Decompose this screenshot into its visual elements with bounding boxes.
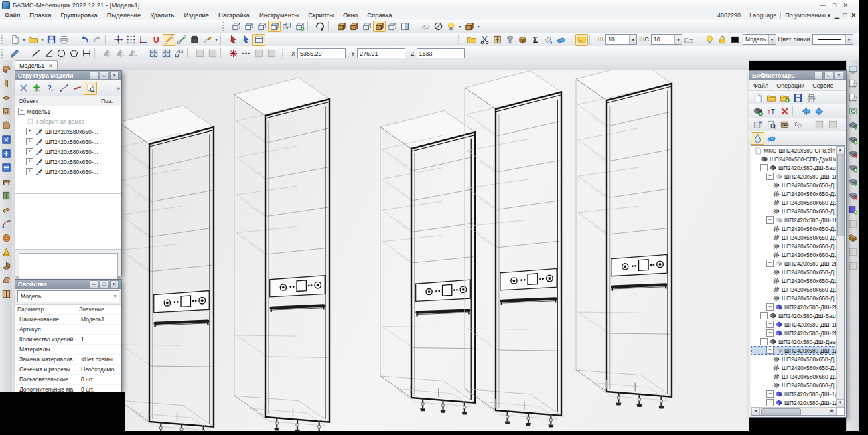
bulb-icon[interactable]	[703, 34, 716, 46]
expand-icon[interactable]: +	[26, 128, 33, 135]
scroll-right-icon[interactable]: ▶	[828, 407, 837, 416]
gear-doc-icon[interactable]	[847, 76, 859, 90]
menu-item[interactable]: Настройка	[214, 11, 255, 19]
axes-snap-icon[interactable]	[112, 34, 125, 46]
diamond-green-icon[interactable]	[751, 105, 764, 118]
box-open-icon[interactable]	[847, 231, 859, 245]
cursor-red-icon[interactable]	[227, 34, 240, 46]
tree-item[interactable]: +ШП2420х580-ДШ-1Д3П-	[751, 398, 837, 407]
cube-split-icon[interactable]	[399, 21, 411, 32]
print-icon[interactable]	[58, 34, 70, 46]
expand-icon[interactable]: +	[26, 148, 33, 155]
close-button[interactable]: ✕	[843, 2, 848, 9]
panel-float-button[interactable]: □	[824, 72, 833, 80]
board-slant-icon[interactable]	[0, 273, 12, 287]
cube-plus-icon[interactable]	[293, 21, 306, 32]
gray-box-icon[interactable]	[194, 48, 206, 59]
monitor-icon[interactable]	[847, 62, 859, 76]
tree-item[interactable]: −ШП2420х580-ДШ-1БГ1П	[751, 172, 837, 181]
cube-solid-icon[interactable]	[335, 21, 348, 32]
mirror-gray-icon[interactable]	[114, 48, 127, 59]
cloud-blue-icon[interactable]	[764, 132, 778, 145]
array-grid-icon[interactable]	[160, 48, 173, 59]
expand-icon[interactable]: +	[26, 158, 33, 165]
cube-solid-icon[interactable]	[373, 21, 386, 32]
dropdown-arrow-icon[interactable]: ▾	[214, 37, 219, 42]
doc-find-icon[interactable]	[84, 82, 97, 95]
width-select[interactable]: 10▾	[605, 34, 637, 45]
tree-item[interactable]: ШП2420х580х650-ДШ	[751, 363, 837, 372]
drop-blue-icon[interactable]	[751, 132, 764, 145]
viewport-canvas[interactable]	[12, 70, 749, 431]
gray-box-icon[interactable]	[252, 48, 265, 59]
paint-icon[interactable]	[542, 34, 555, 46]
cone-icon[interactable]	[0, 245, 12, 259]
collapse-icon[interactable]: −	[760, 338, 768, 345]
cloud-small-icon[interactable]	[419, 21, 432, 32]
box-dark-icon[interactable]	[188, 34, 201, 46]
expand-icon[interactable]: +	[26, 138, 33, 145]
tree-item[interactable]: ШП2420х580-СП8-ДухШкаф	[751, 155, 837, 163]
panel-close-button[interactable]: ✕	[110, 280, 119, 288]
expand-icon[interactable]: +	[766, 303, 774, 311]
tree-item[interactable]: ШП2420х580х650-ДШ	[751, 233, 837, 242]
sphere-icon[interactable]	[0, 231, 12, 245]
menu-item[interactable]: Удалить	[145, 11, 179, 19]
win-grid-icon[interactable]	[252, 34, 265, 46]
lock-yellow-icon[interactable]	[716, 34, 729, 46]
property-row[interactable]: Замена материалов<Нет схемы	[15, 355, 121, 365]
undo-icon[interactable]	[78, 34, 91, 46]
corner-snap-icon[interactable]	[137, 34, 150, 46]
tree-item[interactable]: ШП2420х580х660-ДШ	[751, 294, 837, 302]
angle-icon-icon[interactable]	[42, 48, 55, 59]
property-row[interactable]: Артикул	[15, 325, 121, 335]
tab-close-icon[interactable]: ✕	[48, 63, 53, 69]
diag-orange-icon[interactable]	[163, 34, 175, 46]
panel-title-bar[interactable]: Структура модели – □ ✕	[15, 71, 121, 80]
tree-item[interactable]: ШП2420х580х650-ДШ	[751, 189, 837, 198]
collapse-icon[interactable]: −	[18, 108, 25, 115]
tools-cross-icon[interactable]	[17, 82, 30, 95]
cube-wire-icon[interactable]	[230, 21, 242, 32]
gears-icon[interactable]	[791, 118, 804, 131]
collapse-icon[interactable]: −	[760, 312, 768, 319]
panel-close-button[interactable]: ✕	[110, 72, 119, 80]
cube-wire-icon[interactable]	[360, 21, 373, 32]
gray-box-icon[interactable]	[812, 118, 826, 131]
tree-item[interactable]: ШП2420х580х660-ДШ	[751, 381, 837, 389]
gray-box-icon[interactable]	[206, 48, 219, 59]
menu-item[interactable]: Изделие	[179, 11, 214, 19]
panel-float-button[interactable]: □	[100, 280, 108, 288]
cube-solid-icon[interactable]	[463, 21, 476, 32]
library-menu-item[interactable]: Операции	[772, 82, 808, 89]
tree-item[interactable]: −ШП2420х580-ДШ-1Д1П-	[751, 346, 837, 355]
doc-new-icon[interactable]	[9, 34, 21, 46]
save-icon[interactable]	[45, 34, 58, 46]
library-menu-item[interactable]: Файл	[749, 82, 772, 89]
collapse-icon[interactable]: −	[760, 164, 768, 171]
properties-target-select[interactable]: Модель ∨	[17, 290, 119, 302]
folder-open-icon[interactable]	[27, 34, 40, 46]
toolbar-grip[interactable]	[222, 22, 228, 31]
redo-icon[interactable]	[91, 34, 104, 46]
board-flat-icon[interactable]	[0, 90, 12, 104]
language-button[interactable]: Language	[749, 12, 776, 19]
panel-title-bar[interactable]: Свойства – □ ✕	[15, 280, 121, 289]
seam-width-select[interactable]: 10▾	[651, 34, 682, 45]
arrow-right-icon[interactable]	[812, 105, 826, 118]
property-row[interactable]: Количество изделий1	[15, 335, 121, 345]
toolbar-grip[interactable]	[458, 35, 463, 44]
board-add-icon[interactable]	[847, 161, 859, 175]
menu-item[interactable]: Группировка	[56, 11, 102, 19]
collapse-icon[interactable]: −	[766, 347, 774, 354]
minimize-button[interactable]: —	[820, 2, 826, 9]
magnet-u-icon[interactable]: U	[150, 34, 163, 46]
bench-icon[interactable]	[0, 175, 12, 189]
tree-item[interactable]: ШП2420х580х650-ДШ	[751, 224, 837, 233]
plus-green-icon[interactable]	[30, 82, 44, 95]
tree-item[interactable]: ШП2420х580х650-ДШ	[751, 181, 837, 189]
panel-close-button[interactable]: ✕	[835, 72, 843, 80]
clamp-icon[interactable]	[504, 34, 516, 46]
pencil-line-icon[interactable]	[201, 34, 214, 46]
panel-title-bar[interactable]: Библиотекарь – □ ✕	[749, 71, 846, 80]
